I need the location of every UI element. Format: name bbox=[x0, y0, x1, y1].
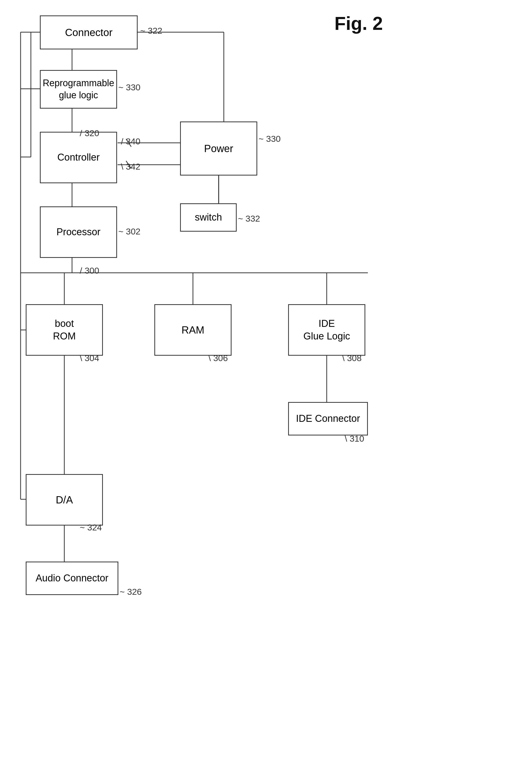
ref-300: / 300 bbox=[80, 265, 99, 276]
da-box: D/A bbox=[26, 474, 103, 526]
power-box: Power bbox=[180, 121, 257, 175]
boot-rom-box: bootROM bbox=[26, 304, 103, 356]
boot-rom-ref: \ 304 bbox=[80, 353, 99, 363]
da-ref: ~ 324 bbox=[80, 523, 102, 533]
reprog-ref: ~ 330 bbox=[118, 82, 140, 92]
ide-connector-box: IDE Connector bbox=[288, 402, 368, 436]
connector-ref: ~ 322 bbox=[140, 26, 162, 36]
switch-ref: ~ 332 bbox=[238, 214, 260, 224]
ide-glue-box: IDEGlue Logic bbox=[288, 304, 365, 356]
audio-connector-box: Audio Connector bbox=[26, 562, 118, 595]
switch-box: switch bbox=[180, 203, 237, 232]
processor-box: Processor bbox=[40, 206, 117, 258]
ram-box: RAM bbox=[154, 304, 232, 356]
ref-340: / 340 bbox=[121, 136, 140, 146]
controller-box: Controller bbox=[40, 132, 117, 183]
diagram-lines bbox=[0, 0, 532, 769]
ram-ref: \ 306 bbox=[208, 353, 228, 363]
ide-conn-ref: \ 310 bbox=[345, 434, 364, 444]
audio-conn-ref: ~ 326 bbox=[120, 587, 142, 597]
ide-glue-ref: \ 308 bbox=[342, 353, 362, 363]
ref-342: \ 342 bbox=[121, 162, 140, 172]
connector-box: Connector bbox=[40, 15, 138, 49]
power-ref: ~ 330 bbox=[259, 134, 281, 144]
reprog-box: Reprogrammableglue logic bbox=[40, 70, 117, 109]
diagram: Fig. 2 bbox=[0, 0, 532, 769]
controller-320-ref: / 320 bbox=[80, 128, 99, 138]
figure-title: Fig. 2 bbox=[334, 13, 383, 34]
processor-ref: ~ 302 bbox=[118, 226, 140, 236]
